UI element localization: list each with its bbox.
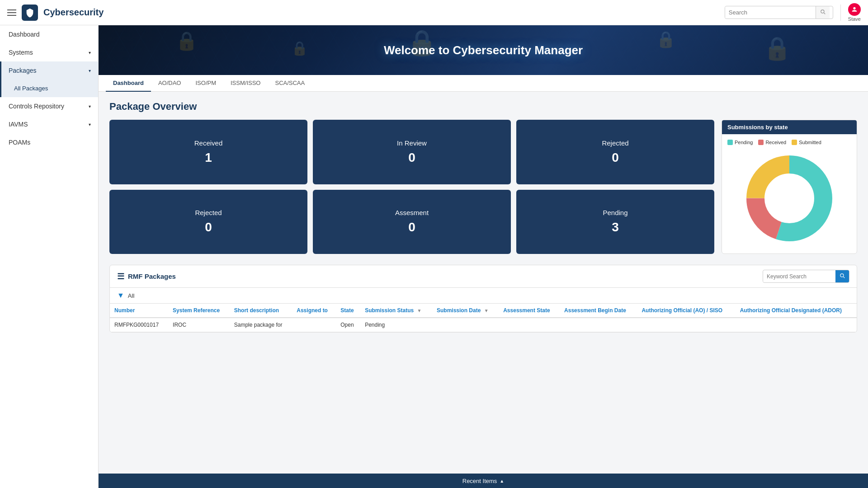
sidebar-item-packages[interactable]: Packages ▾ [0, 61, 98, 80]
stat-card-received: Received 1 [109, 120, 307, 184]
col-ao-siso[interactable]: Authorizing Official (AO) / SISO [637, 304, 735, 318]
legend-received: Received [758, 140, 786, 145]
col-system-ref[interactable]: System Reference [168, 304, 230, 318]
keyword-search-input[interactable] [763, 271, 835, 282]
sidebar-item-systems[interactable]: Systems ▾ [0, 43, 98, 61]
stat-cards-grid: Received 1 In Review 0 Rejected 0 Reject… [109, 120, 714, 254]
keyword-search-bar [763, 270, 849, 283]
cell-ao-siso [637, 318, 735, 332]
stat-card-rejected-top: Rejected 0 [516, 120, 714, 184]
recent-items-arrow: ▲ [500, 479, 504, 483]
sidebar-item-controls-repository[interactable]: Controls Repository ▾ [0, 97, 98, 115]
rmf-menu-icon: ☰ [117, 272, 124, 282]
user-area[interactable]: Stave [848, 3, 861, 22]
page-title: Package Overview [109, 101, 857, 113]
shield-icon [25, 8, 35, 18]
chart-card: Submissions by state Pending Received [722, 120, 857, 254]
rmf-table-wrapper: Number System Reference Short descriptio… [110, 304, 857, 332]
keyword-search-button[interactable] [835, 270, 849, 282]
tab-iso-pm[interactable]: ISO/PM [188, 75, 223, 92]
col-state-label: State [340, 307, 354, 314]
sidebar-item-poams[interactable]: POAMs [0, 133, 98, 151]
rmf-header: ☰ RMF Packages [110, 265, 857, 288]
col-short-desc-label: Short description [234, 307, 279, 314]
page-body: Package Overview Received 1 In Review 0 … [99, 92, 868, 474]
sort-arrow-submission-status: ▼ [417, 308, 422, 313]
stat-card-rejected-bot: Rejected 0 [109, 190, 307, 254]
stat-card-assesment: Assesment 0 [313, 190, 511, 254]
keyword-search-icon [839, 272, 845, 279]
sidebar-item-iavms[interactable]: IAVMS ▾ [0, 115, 98, 133]
col-assigned-to[interactable]: Assigned to [292, 304, 336, 318]
col-submission-date[interactable]: Submission Date ▼ [432, 304, 499, 318]
col-number[interactable]: Number [110, 304, 168, 318]
table-row[interactable]: RMFPKG0001017 IROC Sample package for Op… [110, 318, 857, 332]
sort-arrow-submission-date: ▼ [484, 308, 489, 313]
filter-all-label[interactable]: All [128, 292, 134, 299]
hamburger-button[interactable] [7, 9, 16, 16]
table-body: RMFPKG0001017 IROC Sample package for Op… [110, 318, 857, 332]
rmf-title-text: RMF Packages [128, 272, 176, 280]
search-icon [820, 9, 826, 15]
legend-label-pending: Pending [735, 140, 753, 145]
cell-assessment-state [499, 318, 560, 332]
tab-issm-isso[interactable]: ISSM/ISSO [223, 75, 268, 92]
col-ao-siso-label: Authorizing Official (AO) / SISO [642, 307, 722, 314]
cell-submission-status: Pending [360, 318, 432, 332]
stat-card-in-review: In Review 0 [313, 120, 511, 184]
tab-ao-dao[interactable]: AO/DAO [151, 75, 189, 92]
legend-dot-received [758, 140, 764, 145]
cell-number: RMFPKG0001017 [110, 318, 168, 332]
banner-text: Welcome to Cybersecurity Manager [384, 43, 583, 57]
banner: 🔒 🔒 🔒 🔒 🔒 Welcome to Cybersecurity Manag… [99, 25, 868, 75]
banner-lock-1: 🔒 [175, 30, 198, 52]
tabs: Dashboard AO/DAO ISO/PM ISSM/ISSO SCA/SC… [99, 75, 868, 92]
stat-value-rejected-top: 0 [612, 150, 619, 165]
col-assessment-begin-date[interactable]: Assessment Begin Date [560, 304, 637, 318]
legend-pending: Pending [727, 140, 753, 145]
chart-title: Submissions by state [722, 120, 857, 134]
col-short-desc[interactable]: Short description [230, 304, 292, 318]
col-submission-date-label: Submission Date [437, 307, 481, 314]
donut-hole [766, 175, 813, 222]
global-search-bar [725, 6, 833, 19]
iavms-arrow: ▾ [89, 122, 91, 127]
recent-items-label: Recent Items [462, 478, 497, 484]
search-input[interactable] [725, 7, 816, 18]
rmf-section: ☰ RMF Packages ▼ All [109, 265, 857, 333]
col-submission-status[interactable]: Submission Status ▼ [360, 304, 432, 318]
packages-arrow: ▾ [89, 68, 91, 73]
table-header: Number System Reference Short descriptio… [110, 304, 857, 318]
cell-submission-date [432, 318, 499, 332]
legend-submitted: Submitted [792, 140, 821, 145]
stat-value-in-review: 0 [408, 150, 415, 165]
stat-label-rejected-top: Rejected [602, 139, 628, 147]
banner-lock-3: 🔒 [656, 30, 676, 49]
filter-icon[interactable]: ▼ [117, 291, 124, 300]
col-state[interactable]: State [336, 304, 360, 318]
systems-arrow: ▾ [89, 50, 91, 55]
tab-dashboard[interactable]: Dashboard [106, 75, 151, 92]
donut-chart [740, 149, 839, 248]
main-layout: Dashboard Systems ▾ Packages ▾ All Packa… [0, 25, 868, 488]
stat-label-rejected-bot: Rejected [195, 209, 222, 216]
avatar [848, 3, 861, 16]
app-logo [22, 5, 38, 21]
chart-legend: Pending Received Submitted [727, 140, 851, 145]
tab-sca-scaa[interactable]: SCA/SCAA [268, 75, 312, 92]
top-nav: Cybersecurity Stave [0, 0, 868, 25]
col-number-label: Number [114, 307, 135, 314]
sidebar-item-all-packages[interactable]: All Packages [0, 80, 98, 97]
bottom-bar[interactable]: Recent Items ▲ [99, 474, 868, 488]
col-assessment-state[interactable]: Assessment State [499, 304, 560, 318]
col-ador-label: Authorizing Official Designated (ADOR) [740, 307, 842, 314]
col-ador[interactable]: Authorizing Official Designated (ADOR) [736, 304, 857, 318]
cards-and-chart: Received 1 In Review 0 Rejected 0 Reject… [109, 120, 857, 254]
col-assessment-state-label: Assessment State [503, 307, 550, 314]
sidebar-item-dashboard[interactable]: Dashboard [0, 25, 98, 43]
banner-lock-2: 🔒 [291, 40, 308, 56]
legend-label-received: Received [765, 140, 786, 145]
donut-chart-container [727, 149, 851, 248]
search-button[interactable] [816, 6, 830, 19]
col-submission-status-label: Submission Status [365, 307, 414, 314]
